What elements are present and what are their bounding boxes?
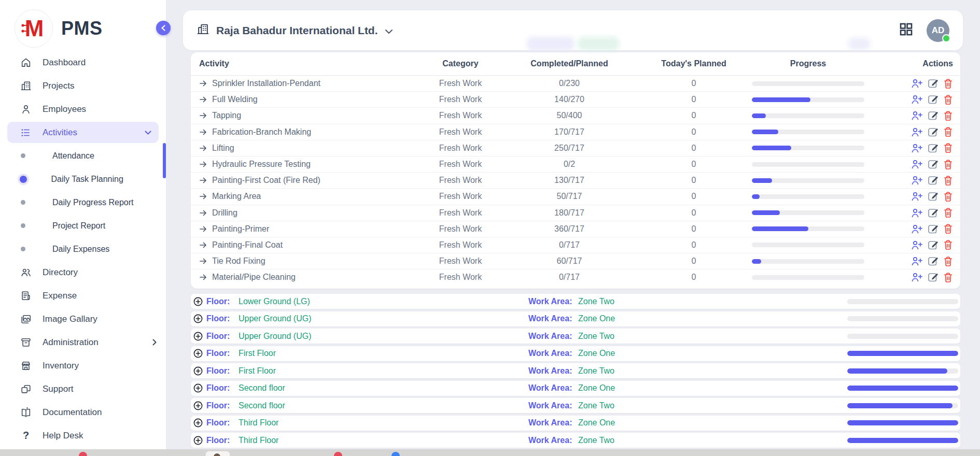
progress-bar (752, 97, 864, 102)
floor-row[interactable]: Floor: First Floor Work Area: Zone One (191, 346, 960, 361)
edit-icon[interactable] (928, 191, 939, 202)
edit-icon[interactable] (928, 110, 939, 121)
sidebar-item-image-gallery[interactable]: Image Gallary (0, 307, 166, 331)
expand-plus-icon[interactable] (193, 435, 203, 448)
edit-icon[interactable] (928, 272, 939, 282)
delete-icon[interactable] (943, 239, 953, 250)
expand-plus-icon[interactable] (193, 383, 203, 395)
edit-icon[interactable] (928, 240, 939, 250)
floor-progress-bar (847, 386, 958, 391)
user-avatar[interactable]: AD (927, 19, 949, 42)
delete-icon[interactable] (943, 191, 953, 202)
red-app-icon[interactable] (79, 452, 87, 456)
sidebar-subitem-attendance[interactable]: Attendance (0, 144, 166, 167)
add-user-icon[interactable] (911, 143, 923, 153)
completed-planned-value: 50/717 (517, 189, 621, 204)
sidebar-item-directory[interactable]: Directory (0, 261, 166, 284)
floor-row[interactable]: Floor: Second floor Work Area: Zone One (191, 381, 960, 396)
delete-icon[interactable] (943, 223, 953, 234)
activity-category: Fresh Work (419, 156, 502, 172)
activity-name: Drilling (212, 208, 237, 218)
delete-icon[interactable] (943, 142, 953, 153)
add-user-icon[interactable] (911, 191, 923, 202)
sidebar-item-projects[interactable]: Projects (0, 74, 166, 97)
expand-plus-icon[interactable] (193, 331, 203, 344)
add-user-icon[interactable] (911, 256, 923, 266)
sidebar-nav: Dashboard Projects Employees Activities (0, 51, 166, 447)
add-user-icon[interactable] (911, 224, 923, 234)
sidebar-item-documentation[interactable]: Documentation (0, 401, 166, 424)
sidebar-subitem-daily-task-planning[interactable]: Daily Task Planning (0, 167, 166, 191)
edit-icon[interactable] (928, 94, 939, 105)
company-selector[interactable]: Raja Bahadur International Ltd. (197, 23, 393, 38)
edit-icon[interactable] (928, 208, 939, 218)
avatar-app-icon[interactable] (205, 451, 230, 456)
sidebar-subitem-project-report[interactable]: Project Report (0, 214, 166, 237)
add-user-icon[interactable] (911, 272, 923, 282)
add-user-icon[interactable] (911, 240, 923, 250)
arrow-right-icon (199, 176, 207, 184)
expand-plus-icon[interactable] (193, 366, 203, 378)
add-user-icon[interactable] (911, 78, 923, 89)
floor-row[interactable]: Floor: First Floor Work Area: Zone Two (191, 363, 960, 378)
table-row: Full Welding Fresh Work 140/270 0 (191, 91, 960, 107)
activity-category: Fresh Work (419, 189, 502, 204)
floor-row[interactable]: Floor: Upper Ground (UG) Work Area: Zone… (191, 311, 960, 326)
edit-icon[interactable] (928, 127, 939, 137)
add-user-icon[interactable] (911, 208, 923, 218)
delete-icon[interactable] (943, 175, 953, 186)
red-app-icon[interactable] (334, 452, 342, 456)
apps-grid-icon[interactable] (899, 22, 913, 38)
expand-plus-icon[interactable] (193, 296, 203, 309)
sidebar-collapse-button[interactable] (156, 21, 171, 35)
sidebar-item-support[interactable]: Support (0, 377, 166, 401)
store-icon (20, 360, 32, 372)
floor-label: Floor: (206, 398, 230, 413)
floor-row[interactable]: Floor: Third Floor Work Area: Zone One (191, 416, 960, 431)
edit-icon[interactable] (928, 159, 939, 169)
table-row: Material/Pipe Cleaning Fresh Work 0/717 … (191, 269, 960, 285)
sidebar-subitem-daily-expenses[interactable]: Daily Expenses (0, 237, 166, 261)
delete-icon[interactable] (943, 126, 953, 137)
activity-category: Fresh Work (419, 92, 502, 107)
add-user-icon[interactable] (911, 159, 923, 169)
delete-icon[interactable] (943, 272, 953, 283)
floor-row[interactable]: Floor: Second floor Work Area: Zone Two (191, 398, 960, 413)
expand-plus-icon[interactable] (193, 314, 203, 326)
edit-icon[interactable] (928, 78, 939, 89)
delete-icon[interactable] (943, 78, 953, 89)
expand-plus-icon[interactable] (193, 401, 203, 413)
delete-icon[interactable] (943, 94, 953, 105)
add-user-icon[interactable] (911, 175, 923, 186)
sidebar-item-employees[interactable]: Employees (0, 97, 166, 121)
sidebar-scrollbar-thumb[interactable] (163, 143, 166, 178)
add-user-icon[interactable] (911, 127, 923, 137)
sidebar-subitem-daily-progress-report[interactable]: Daily Progress Report (0, 191, 166, 214)
activity-name: Tapping (212, 111, 241, 120)
sidebar-item-help-desk[interactable]: ? Help Desk (0, 424, 166, 447)
floor-row[interactable]: Floor: Lower Ground (LG) Work Area: Zone… (191, 294, 960, 309)
completed-planned-value: 140/270 (517, 92, 621, 107)
delete-icon[interactable] (943, 207, 953, 218)
sidebar-item-expense[interactable]: Expense (0, 284, 166, 307)
expand-plus-icon[interactable] (193, 418, 203, 430)
edit-icon[interactable] (928, 224, 939, 234)
todays-planned-value: 0 (642, 92, 746, 107)
add-user-icon[interactable] (911, 94, 923, 105)
edit-icon[interactable] (928, 143, 939, 153)
expand-plus-icon[interactable] (193, 348, 203, 361)
edit-icon[interactable] (928, 256, 939, 266)
edit-icon[interactable] (928, 175, 939, 186)
floor-row[interactable]: Floor: Upper Ground (UG) Work Area: Zone… (191, 329, 960, 344)
floor-row[interactable]: Floor: Third Floor Work Area: Zone Two (191, 433, 960, 448)
delete-icon[interactable] (943, 159, 953, 170)
sidebar-item-activities[interactable]: Activities (7, 122, 159, 143)
sidebar-item-dashboard[interactable]: Dashboard (0, 51, 166, 74)
delete-icon[interactable] (943, 256, 953, 267)
sidebar-item-administration[interactable]: Administration (0, 331, 166, 354)
archive-icon (20, 336, 32, 349)
blue-app-icon[interactable] (391, 452, 400, 456)
add-user-icon[interactable] (911, 110, 923, 121)
sidebar-item-inventory[interactable]: Inventory (0, 354, 166, 377)
delete-icon[interactable] (943, 110, 953, 121)
